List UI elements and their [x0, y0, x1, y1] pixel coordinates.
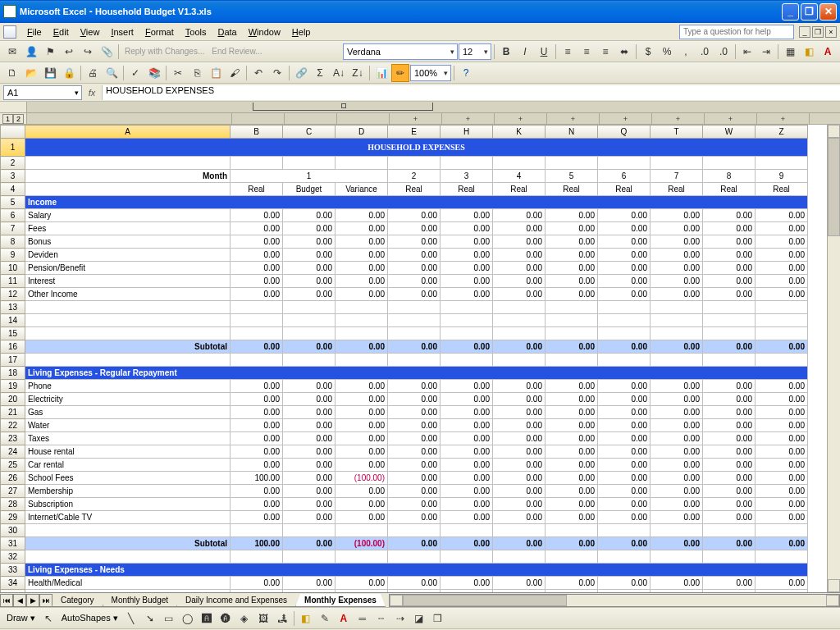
cell[interactable]: Month — [25, 170, 231, 183]
cell[interactable] — [231, 301, 283, 314]
cell[interactable]: 0.00 — [756, 249, 808, 262]
cell[interactable]: 0.00 — [493, 498, 546, 511]
maximize-button[interactable]: ❐ — [801, 3, 818, 21]
cell[interactable] — [703, 354, 756, 367]
cell[interactable] — [703, 550, 756, 564]
cell[interactable]: 0.00 — [493, 485, 546, 498]
cell[interactable]: 0.00 — [703, 340, 756, 354]
cell[interactable]: 0.00 — [441, 235, 493, 249]
cell[interactable]: 0.00 — [283, 222, 336, 235]
header-cell[interactable]: 10 — [1, 262, 25, 275]
cell[interactable] — [441, 157, 493, 170]
close-button[interactable]: ✕ — [819, 3, 837, 21]
cell[interactable] — [336, 314, 388, 327]
header-cell[interactable]: 6 — [1, 209, 25, 222]
drawing-icon[interactable]: ✏ — [391, 64, 409, 82]
cell[interactable]: 0.00 — [651, 577, 703, 590]
cell[interactable]: 0.00 — [336, 209, 388, 222]
sheet-tab-daily-income-and-expenses[interactable]: Daily Income and Expenses — [176, 594, 296, 607]
cell[interactable]: Living Expenses - Needs — [25, 564, 808, 577]
end-review-label[interactable]: End Review... — [208, 47, 265, 56]
cell[interactable] — [756, 354, 808, 367]
cell[interactable]: Other Income — [25, 288, 231, 301]
new-icon[interactable]: 🗋 — [3, 64, 21, 82]
cell[interactable]: 0.00 — [283, 340, 336, 354]
cell[interactable]: 0.00 — [703, 432, 756, 445]
cell[interactable] — [598, 301, 651, 314]
cell[interactable]: 0.00 — [336, 275, 388, 288]
cell[interactable]: 0.00 — [388, 275, 441, 288]
cell[interactable]: 0.00 — [598, 419, 651, 432]
header-cell[interactable]: Z — [756, 126, 808, 139]
cell[interactable]: 0.00 — [283, 380, 336, 393]
cell[interactable] — [493, 524, 546, 537]
header-cell[interactable]: T — [651, 126, 703, 139]
cell[interactable]: Real — [388, 183, 441, 196]
cell[interactable]: Car rental — [25, 459, 231, 472]
cell[interactable] — [25, 314, 231, 327]
increase-decimal-button[interactable]: .0 — [696, 43, 714, 61]
cell[interactable]: 0.00 — [598, 590, 651, 593]
cell[interactable]: 0.00 — [598, 459, 651, 472]
header-cell[interactable]: 22 — [1, 419, 25, 432]
cell[interactable] — [231, 550, 283, 564]
cell[interactable]: 0.00 — [546, 235, 598, 249]
cell[interactable]: Real — [231, 183, 283, 196]
cell[interactable] — [441, 550, 493, 564]
cell[interactable]: 0.00 — [651, 432, 703, 445]
cell[interactable]: 0.00 — [336, 432, 388, 445]
cell[interactable]: Water — [25, 419, 231, 432]
cell[interactable]: 0.00 — [441, 340, 493, 354]
send-mail-icon[interactable]: ✉ — [3, 43, 21, 61]
fill-color-draw-icon[interactable]: ◧ — [297, 609, 315, 628]
header-cell[interactable]: 32 — [1, 550, 25, 564]
cell[interactable]: Variance — [336, 183, 388, 196]
cell[interactable] — [598, 524, 651, 537]
cell[interactable]: 0.00 — [283, 249, 336, 262]
cell[interactable]: 0.00 — [651, 209, 703, 222]
cell[interactable]: 0.00 — [231, 445, 283, 459]
autoshapes-menu[interactable]: AutoShapes ▾ — [58, 613, 121, 623]
cell[interactable] — [231, 524, 283, 537]
cell[interactable]: 0.00 — [703, 275, 756, 288]
cell[interactable]: 0.00 — [231, 288, 283, 301]
header-cell[interactable]: 21 — [1, 406, 25, 419]
cell[interactable]: 0.00 — [388, 235, 441, 249]
cell[interactable]: 0.00 — [336, 445, 388, 459]
header-cell[interactable]: 33 — [1, 564, 25, 577]
header-cell[interactable]: 25 — [1, 459, 25, 472]
cell[interactable]: 0.00 — [493, 590, 546, 593]
cell[interactable] — [25, 157, 231, 170]
cell[interactable]: 0.00 — [336, 262, 388, 275]
cell[interactable] — [25, 354, 231, 367]
cell[interactable]: 0.00 — [546, 485, 598, 498]
cell[interactable] — [546, 301, 598, 314]
cell[interactable] — [703, 314, 756, 327]
header-cell[interactable]: K — [493, 126, 546, 139]
align-right-button[interactable]: ≡ — [596, 43, 614, 61]
horizontal-scrollbar[interactable] — [389, 594, 840, 607]
cell[interactable]: 0.00 — [388, 511, 441, 524]
cell[interactable]: Real — [651, 183, 703, 196]
tab-last-button[interactable]: ⏭ — [39, 594, 52, 607]
cell[interactable] — [598, 327, 651, 340]
doc-close-button[interactable]: × — [825, 26, 837, 38]
outline-expand-button[interactable]: + — [757, 113, 810, 124]
header-cell[interactable]: 7 — [1, 222, 25, 235]
cell[interactable]: 0.00 — [231, 511, 283, 524]
cell[interactable] — [756, 327, 808, 340]
cell[interactable]: 0.00 — [493, 235, 546, 249]
cell[interactable] — [756, 550, 808, 564]
cell[interactable]: 0.00 — [493, 406, 546, 419]
cell[interactable]: 0.00 — [336, 222, 388, 235]
cell[interactable]: 0.00 — [283, 485, 336, 498]
cell[interactable]: 0.00 — [231, 235, 283, 249]
header-cell[interactable]: 2 — [1, 157, 25, 170]
cell[interactable]: 0.00 — [598, 222, 651, 235]
textbox-icon[interactable]: 🅰 — [198, 609, 216, 628]
help-icon[interactable]: ? — [457, 64, 475, 82]
cell[interactable]: 0.00 — [651, 419, 703, 432]
formula-input[interactable]: HOUSEHOLD EXPENSES — [102, 85, 840, 100]
cell[interactable] — [441, 524, 493, 537]
cell[interactable]: 0.00 — [336, 235, 388, 249]
